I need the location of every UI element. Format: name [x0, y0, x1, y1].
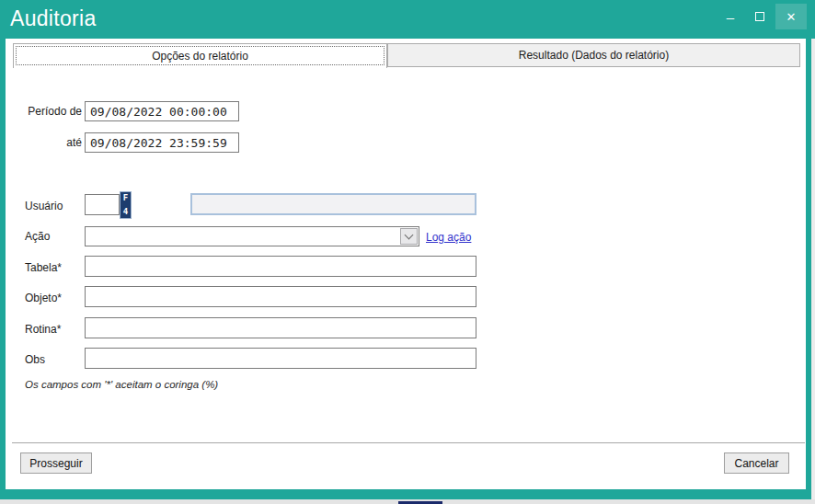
- window-border-right: [806, 39, 811, 499]
- window-title: Auditoria: [10, 6, 96, 31]
- minimize-icon: –: [727, 9, 734, 25]
- wildcard-note: Os campos com '*' aceitam o coringa (%): [25, 379, 218, 390]
- usuario-label: Usuário: [25, 200, 63, 212]
- f4-icon-bottom: 4: [123, 208, 128, 216]
- rotina-label: Rotina*: [25, 323, 61, 336]
- objeto-input[interactable]: [85, 286, 476, 307]
- tab-opcoes-relatorio[interactable]: Opções do relatório: [13, 43, 387, 68]
- cancelar-button[interactable]: Cancelar: [724, 452, 789, 474]
- titlebar: Auditoria – ✕: [0, 0, 815, 39]
- close-icon: ✕: [786, 10, 797, 24]
- usuario-name-field: [190, 193, 476, 215]
- acao-combobox[interactable]: [85, 226, 419, 246]
- periodo-de-label: Período de: [7, 105, 82, 118]
- ate-input[interactable]: [85, 132, 239, 153]
- tab-label: Resultado (Dados do relatório): [519, 49, 669, 62]
- acao-label: Ação: [25, 230, 50, 243]
- f4-lookup-button[interactable]: F 4: [120, 191, 132, 219]
- footer-divider: [12, 442, 805, 443]
- maximize-icon: [755, 12, 764, 21]
- usuario-code-input[interactable]: [85, 194, 120, 215]
- rotina-input[interactable]: [85, 317, 476, 338]
- window-border-bottom: [0, 489, 811, 499]
- obs-input[interactable]: [85, 348, 476, 369]
- tabela-label: Tabela*: [25, 261, 62, 274]
- tab-resultado-relatorio[interactable]: Resultado (Dados do relatório): [387, 43, 800, 67]
- acao-dropdown-button[interactable]: [400, 228, 418, 245]
- periodo-de-input[interactable]: [85, 101, 239, 121]
- maximize-button[interactable]: [746, 4, 774, 29]
- minimize-button[interactable]: –: [717, 4, 744, 29]
- obs-label: Obs: [25, 353, 45, 366]
- auditoria-window: Auditoria – ✕ Opções do relatório Result…: [0, 0, 815, 504]
- prosseguir-button[interactable]: Prosseguir: [20, 452, 92, 474]
- f4-icon-top: F: [123, 194, 128, 202]
- tabela-input[interactable]: [85, 256, 476, 277]
- close-button[interactable]: ✕: [775, 4, 807, 29]
- tab-label: Opções do relatório: [152, 50, 248, 63]
- log-acao-link[interactable]: Log ação: [426, 231, 471, 244]
- chevron-down-icon: [405, 231, 414, 240]
- ate-label: até: [7, 136, 82, 149]
- objeto-label: Objeto*: [25, 292, 62, 304]
